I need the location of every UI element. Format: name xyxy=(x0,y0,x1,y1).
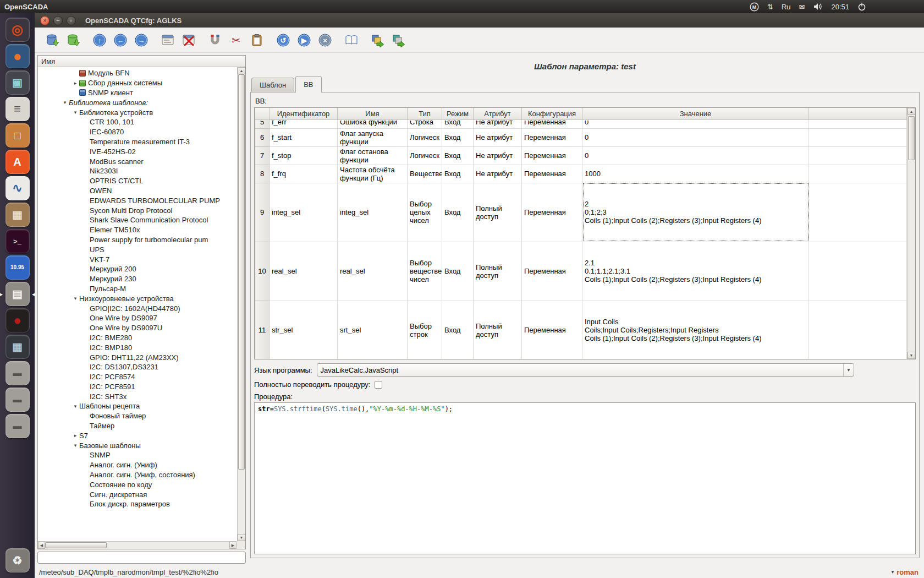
cell-mode[interactable]: Вход xyxy=(442,146,474,165)
firefox-launcher-icon[interactable]: ● xyxy=(6,44,30,68)
load-from-db-button[interactable] xyxy=(42,30,62,50)
tree-item[interactable]: Sycon Multi Drop Protocol xyxy=(38,205,237,215)
tree-item[interactable]: I2C: BMP180 xyxy=(38,342,237,352)
cell-id[interactable]: real_sel xyxy=(270,242,338,301)
scroll-down-button[interactable]: ▼ xyxy=(238,534,245,541)
tree-item[interactable]: Фоновый таймер xyxy=(38,411,237,421)
cell-id[interactable]: str_sel xyxy=(270,301,338,359)
add-item-button[interactable] xyxy=(158,30,178,50)
tree-item[interactable]: ▾Библиотека устройств xyxy=(38,107,237,117)
dash-home-launcher-icon[interactable]: ◎ xyxy=(6,18,30,42)
cell-attr[interactable]: Полный доступ xyxy=(474,242,522,301)
ubuntu-software-launcher-icon[interactable]: A xyxy=(6,150,30,174)
cell-id[interactable]: f_stop xyxy=(270,146,338,165)
cell-type[interactable]: Логическ xyxy=(408,128,442,146)
window-minimize-button[interactable]: − xyxy=(53,16,63,25)
tree-item[interactable]: I2C: BME280 xyxy=(38,333,237,343)
scroll-thumb[interactable] xyxy=(45,542,107,548)
terminal-launcher-icon[interactable]: >_ xyxy=(6,229,30,253)
window-maximize-button[interactable]: ▫ xyxy=(67,16,76,25)
cell-name[interactable]: srt_sel xyxy=(338,301,408,359)
calculator-launcher-icon[interactable]: ▦ xyxy=(6,335,30,359)
cell-value[interactable]: 2.1 0.1;1.1;2.1;3.1 Coils (1);Input Coil… xyxy=(582,242,809,301)
cell-name[interactable]: Частота обсчёта функции (Гц) xyxy=(338,165,408,183)
cell-id[interactable]: f_err xyxy=(270,119,338,128)
volume-icon[interactable] xyxy=(813,2,823,11)
stop-update-button[interactable]: × xyxy=(315,30,335,50)
tree-filter-input[interactable] xyxy=(37,552,246,564)
collapsed-arrow-icon[interactable]: ▸ xyxy=(72,433,79,438)
procedure-editor[interactable]: str=SYS.strftime(SYS.time(),"%Y-%m-%d-%H… xyxy=(254,402,916,554)
cell-id[interactable]: integ_sel xyxy=(270,183,338,242)
cell-value[interactable]: 0 xyxy=(582,128,809,146)
manual-button[interactable] xyxy=(342,30,361,50)
expanded-arrow-icon[interactable]: ▾ xyxy=(72,403,79,409)
tree-item[interactable]: GPIO: DHT11,22 (AM23XX) xyxy=(38,352,237,362)
tree-vertical-scrollbar[interactable]: ▲ ▼ xyxy=(237,67,245,541)
tree-item[interactable]: ▾Базовые шаблоны xyxy=(38,440,237,450)
cell-mode[interactable]: Вход xyxy=(442,183,474,242)
drive-3-launcher-icon[interactable]: ▬ xyxy=(6,414,30,438)
cell-config[interactable]: Переменная xyxy=(522,128,582,146)
sync-arrows-icon[interactable]: ⇅ xyxy=(767,3,773,11)
cell-attr[interactable]: Не атрибут xyxy=(474,146,522,165)
tree-item[interactable]: CTR 100, 101 xyxy=(38,117,237,127)
expanded-arrow-icon[interactable]: ▾ xyxy=(72,110,79,115)
cell-name[interactable]: Ошибка функции xyxy=(338,119,408,128)
collapsed-arrow-icon[interactable]: ▸ xyxy=(72,80,79,86)
tree-item[interactable]: Аналог. сигн. (Униф, состояния) xyxy=(38,470,237,480)
indicator-app-icon[interactable]: M xyxy=(750,2,759,12)
cell-id[interactable]: f_frq xyxy=(270,165,338,183)
tree-item[interactable]: SNMP клиент xyxy=(38,88,237,98)
tree-item[interactable]: Temperature measurement IT-3 xyxy=(38,137,237,147)
tree-item[interactable]: Elemer TM510x xyxy=(38,225,237,235)
scroll-up-button[interactable]: ▲ xyxy=(908,108,915,115)
cell-attr[interactable]: Не атрибут xyxy=(474,119,522,128)
tree-item[interactable]: One Wire by DS9097 xyxy=(38,313,237,323)
tree-item[interactable]: I2C: PCF8574 xyxy=(38,372,237,382)
tree-item[interactable]: Nik2303I xyxy=(38,166,237,176)
tree-item[interactable]: Состояние по коду xyxy=(38,479,237,489)
translate-checkbox[interactable] xyxy=(375,381,382,389)
tree-item[interactable]: VKT-7 xyxy=(38,254,237,264)
back-button[interactable]: ← xyxy=(111,30,130,50)
cell-value[interactable]: 0 xyxy=(582,146,809,165)
user-button[interactable]: ▾ roman xyxy=(892,568,919,576)
cell-mode[interactable]: Вход xyxy=(442,128,474,146)
tree-item[interactable]: ▾Шаблоны рецепта xyxy=(38,401,237,411)
cell-type[interactable]: Строка xyxy=(408,119,442,128)
expanded-arrow-icon[interactable]: ▾ xyxy=(61,100,69,105)
tree-item[interactable]: IEC-60870 xyxy=(38,127,237,137)
tree-item[interactable]: Сигн. дискретная xyxy=(38,489,237,499)
cell-config[interactable]: Переменная xyxy=(522,119,582,128)
save-to-db-button[interactable] xyxy=(63,30,83,50)
tree-item[interactable]: EDWARDS TURBOMOLECULAR PUMP xyxy=(38,195,237,205)
cell-mode[interactable]: Вход xyxy=(442,242,474,301)
cell-type[interactable]: Веществе xyxy=(408,165,442,183)
cell-mode[interactable]: Вход xyxy=(442,301,474,359)
scroll-thumb[interactable] xyxy=(908,116,915,160)
mail-icon[interactable]: ✉ xyxy=(799,3,805,11)
session-menu-icon[interactable] xyxy=(857,2,866,11)
scroll-thumb[interactable] xyxy=(238,74,245,470)
cell-name[interactable]: integ_sel xyxy=(338,183,408,242)
cell-config[interactable]: Переменная xyxy=(522,242,582,301)
system-monitor-launcher-icon[interactable]: ∿ xyxy=(6,176,30,200)
tree-item[interactable]: ▾Библиотека шаблонов: xyxy=(38,97,237,107)
tree-item[interactable]: Меркурий 200 xyxy=(38,264,237,274)
tree-item[interactable]: GPIO|I2C: 1602A(HD44780) xyxy=(38,303,237,313)
scroll-right-button[interactable]: ▶ xyxy=(229,542,237,549)
tree-item[interactable]: OPTRIS CT/CTL xyxy=(38,176,237,186)
cell-type[interactable]: Выбор веществе чисел xyxy=(408,242,442,301)
cell-mode[interactable]: Вход xyxy=(442,165,474,183)
cell-value[interactable]: 2 0;1;2;3 Coils (1);Input Coils (2);Regi… xyxy=(582,183,809,242)
tree-horizontal-scrollbar[interactable]: ◀ ▶ xyxy=(38,541,237,549)
forward-button[interactable]: → xyxy=(131,30,151,50)
cell-type[interactable]: Выбор строк xyxy=(408,301,442,359)
cell-name[interactable]: real_sel xyxy=(338,242,408,301)
drive-1-launcher-icon[interactable]: ▬ xyxy=(6,361,30,385)
paste-item-button[interactable] xyxy=(247,30,267,50)
tab-template[interactable]: Шаблон xyxy=(251,78,294,92)
cut-item-button[interactable]: ✂ xyxy=(226,30,246,50)
copy-item-button[interactable] xyxy=(205,30,225,50)
